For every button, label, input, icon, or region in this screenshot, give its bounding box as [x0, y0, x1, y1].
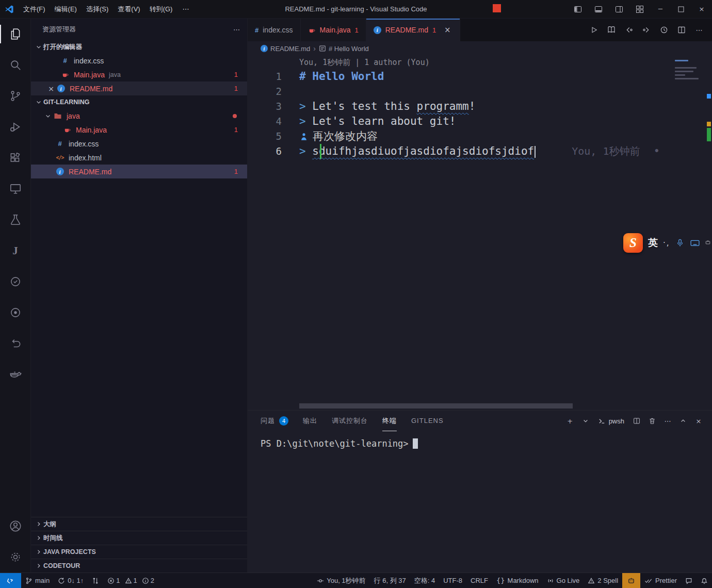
menu-file[interactable]: 文件(F)	[19, 3, 50, 16]
warning-icon	[588, 577, 595, 584]
prettier-status[interactable]: Prettier	[640, 573, 681, 588]
spell-checker-status[interactable]: 2 Spell	[584, 573, 622, 588]
open-editors-header[interactable]: 打开的编辑器	[31, 40, 247, 54]
settings-gear-icon[interactable]	[0, 542, 31, 573]
toggle-secondary-sidebar-icon[interactable]	[609, 0, 629, 19]
tree-folder-java[interactable]: java	[31, 109, 247, 123]
menu-edit[interactable]: 编辑(E)	[50, 3, 82, 16]
previous-change-icon[interactable]	[621, 22, 637, 38]
customize-layout-icon[interactable]	[629, 0, 650, 19]
live-server-icon[interactable]	[0, 297, 31, 328]
tree-file-main-java[interactable]: Main.java 1	[31, 123, 247, 137]
tree-file-index-css[interactable]: # index.css	[31, 137, 247, 151]
close-tab-icon[interactable]: ×	[442, 25, 452, 35]
notifications-bell-icon[interactable]	[697, 573, 712, 588]
git-branch-status[interactable]: main	[21, 573, 54, 588]
open-editor-index-css[interactable]: # index.css	[31, 54, 247, 68]
tab-main-java[interactable]: Main.java 1	[301, 19, 366, 41]
breadcrumb-file[interactable]: i README.md	[261, 45, 310, 53]
horizontal-scrollbar[interactable]	[299, 403, 573, 409]
ime-punctuation-indicator[interactable]: ·,	[663, 238, 670, 248]
ime-toolbox-icon[interactable]	[705, 237, 710, 249]
java-projects-icon[interactable]: J	[0, 235, 31, 266]
ime-language-indicator[interactable]: 英	[648, 236, 658, 250]
panel-tab-problems[interactable]: 问题 4	[261, 411, 288, 431]
maximize-button[interactable]	[671, 0, 691, 19]
open-editor-readme-md[interactable]: × i README.md 1	[31, 81, 247, 95]
sogou-ime-bar[interactable]: S 英 ·,	[623, 233, 710, 253]
panel-more-actions-icon[interactable]: ⋯	[660, 414, 675, 428]
language-mode-status[interactable]: {} Markdown	[492, 573, 543, 588]
next-change-icon[interactable]	[639, 22, 654, 38]
minimap[interactable]	[675, 58, 703, 81]
cursor-position-status[interactable]: 行 6, 列 37	[370, 573, 410, 588]
terminal-instance-pwsh[interactable]: pwsh	[594, 414, 628, 428]
keyboard-icon[interactable]	[690, 238, 700, 248]
toggle-panel-icon[interactable]	[588, 0, 609, 19]
maximize-panel-icon[interactable]	[676, 414, 690, 428]
close-editor-icon[interactable]: ×	[46, 85, 56, 93]
extensions-icon[interactable]	[0, 142, 31, 173]
encoding-status[interactable]: UTF-8	[439, 573, 466, 588]
testing-icon[interactable]	[0, 204, 31, 235]
views-more-actions-icon[interactable]: ⋯	[233, 26, 240, 34]
menu-view[interactable]: 查看(V)	[113, 3, 144, 16]
open-preview-icon[interactable]	[604, 22, 619, 38]
section-codetour[interactable]: CODETOUR	[31, 559, 247, 573]
more-actions-icon[interactable]: ⋯	[691, 22, 707, 38]
close-window-button[interactable]: ×	[691, 0, 712, 19]
sync-status[interactable]: 0↓ 1↑	[54, 573, 88, 588]
terminal[interactable]: PS D:\git\note\git-learning>	[248, 431, 712, 573]
terminal-dropdown-icon[interactable]	[578, 414, 593, 428]
new-terminal-icon[interactable]: +	[563, 414, 577, 428]
run-icon[interactable]	[586, 22, 602, 38]
project-root-header[interactable]: GIT-LEARNING	[31, 95, 247, 109]
kill-terminal-icon[interactable]	[645, 414, 659, 428]
toggle-primary-sidebar-icon[interactable]	[568, 0, 588, 19]
split-terminal-icon[interactable]	[629, 414, 644, 428]
tab-readme-md[interactable]: i README.md 1 ×	[366, 19, 460, 41]
panel-tab-terminal[interactable]: 终端	[382, 411, 397, 431]
codelens-blame[interactable]: You, 1秒钟前 | 1 author (You)	[248, 56, 712, 69]
eol-status[interactable]: CRLF	[466, 573, 492, 588]
search-icon[interactable]	[0, 50, 31, 80]
tab-index-css[interactable]: # index.css	[248, 19, 301, 41]
gitlens-blame-status[interactable]: You, 1秒钟前	[313, 573, 369, 588]
go-live-status[interactable]: Go Live	[543, 573, 584, 588]
section-timeline[interactable]: 时间线	[31, 531, 247, 545]
remote-indicator[interactable]	[0, 573, 21, 588]
editor-tabs: # index.css Main.java 1 i README.md 1 ×	[248, 19, 712, 41]
close-panel-icon[interactable]: ×	[691, 414, 706, 428]
source-control-icon[interactable]	[0, 80, 31, 111]
menu-go[interactable]: 转到(G)	[145, 3, 177, 16]
panel-tab-debug-console[interactable]: 调试控制台	[332, 411, 368, 431]
problems-status[interactable]: 1 1 2	[103, 573, 161, 588]
microphone-icon[interactable]	[675, 238, 685, 248]
feedback-icon[interactable]	[681, 573, 697, 588]
docker-icon[interactable]	[0, 359, 31, 390]
sogou-logo-icon[interactable]: S	[623, 233, 643, 253]
minimize-button[interactable]: ─	[650, 0, 671, 19]
account-icon[interactable]	[0, 511, 31, 542]
section-outline[interactable]: 大纲	[31, 517, 247, 531]
run-debug-icon[interactable]	[0, 111, 31, 142]
open-editor-main-java[interactable]: Main.java java 1	[31, 68, 247, 81]
gradle-icon[interactable]	[0, 266, 31, 297]
indentation-status[interactable]: 空格: 4	[410, 573, 439, 588]
compare-changes-status[interactable]	[88, 573, 103, 588]
extension-status-badge[interactable]	[622, 573, 640, 588]
sidebar-title: 资源管理器	[42, 25, 76, 34]
split-editor-icon[interactable]	[674, 22, 689, 38]
panel-tab-gitlens[interactable]: GITLENS	[411, 411, 444, 431]
explorer-icon[interactable]	[0, 19, 31, 50]
breadcrumb-symbol[interactable]: # Hello World	[319, 45, 369, 53]
menu-more-icon[interactable]: ⋯	[177, 5, 194, 13]
history-icon[interactable]	[0, 328, 31, 359]
section-java-projects[interactable]: JAVA PROJECTS	[31, 545, 247, 559]
open-changes-icon[interactable]	[656, 22, 672, 38]
panel-tab-output[interactable]: 输出	[303, 411, 317, 431]
menu-selection[interactable]: 选择(S)	[82, 3, 113, 16]
remote-explorer-icon[interactable]	[0, 173, 31, 204]
tree-file-readme-md[interactable]: i README.md 1	[31, 165, 247, 178]
tree-file-index-html[interactable]: </> index.html	[31, 151, 247, 165]
